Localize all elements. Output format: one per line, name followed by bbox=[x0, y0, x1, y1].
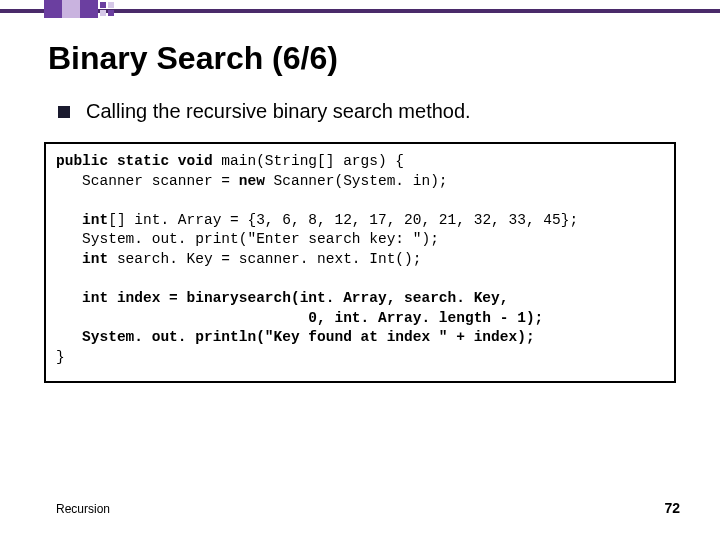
code-text-bold: int index = binarysearch(int. Array, sea… bbox=[56, 290, 508, 306]
code-text: Scanner(System. in); bbox=[265, 173, 448, 189]
code-text-bold: System. out. println("Key found at index… bbox=[56, 329, 535, 345]
code-text: System. out. print("Enter search key: ")… bbox=[56, 231, 439, 247]
code-text: Scanner scanner = bbox=[56, 173, 239, 189]
code-text: main(String[] args) { bbox=[213, 153, 404, 169]
accent-dot bbox=[108, 2, 114, 8]
footer-topic: Recursion bbox=[56, 502, 110, 516]
code-text-bold: 0, int. Array. length - 1); bbox=[56, 310, 543, 326]
code-block: public static void main(String[] args) {… bbox=[44, 142, 676, 383]
slide-title: Binary Search (6/6) bbox=[48, 40, 338, 77]
accent-dot bbox=[100, 10, 106, 16]
code-text: search. Key = scanner. next. Int(); bbox=[108, 251, 421, 267]
bullet-square-icon bbox=[58, 106, 70, 118]
code-keyword: new bbox=[239, 173, 265, 189]
bullet-text: Calling the recursive binary search meth… bbox=[86, 100, 471, 123]
bullet-item: Calling the recursive binary search meth… bbox=[58, 100, 471, 123]
accent-dot bbox=[100, 2, 106, 8]
slide-accent-bar bbox=[0, 0, 720, 20]
code-keyword: public static void bbox=[56, 153, 213, 169]
accent-square bbox=[62, 0, 80, 18]
code-text: [] int. Array = {3, 6, 8, 12, 17, 20, 21… bbox=[108, 212, 578, 228]
accent-square bbox=[44, 0, 62, 18]
code-keyword: int bbox=[56, 251, 108, 267]
accent-dot bbox=[108, 10, 114, 16]
code-keyword: int bbox=[56, 212, 108, 228]
page-number: 72 bbox=[664, 500, 680, 516]
code-text: } bbox=[56, 349, 65, 365]
accent-square bbox=[80, 0, 98, 18]
